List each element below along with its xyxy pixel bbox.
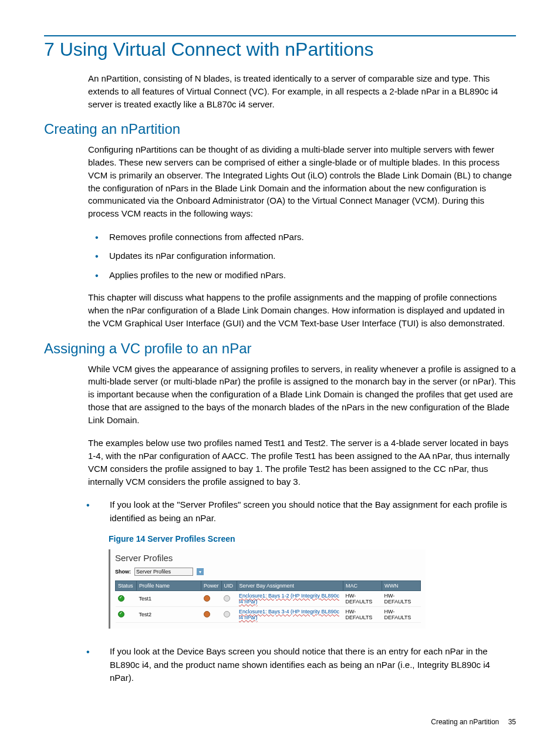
col-mac: MAC xyxy=(343,581,382,591)
section2-bullets-2: If you look at the Device Bays screen yo… xyxy=(79,645,516,685)
panel-title: Server Profiles xyxy=(115,553,421,563)
table-header-row: Status Profile Name Power UID Server Bay… xyxy=(116,581,421,591)
chapter-title: 7 Using Virtual Connect with nPartitions xyxy=(44,39,516,60)
show-select[interactable]: Server Profiles xyxy=(134,568,193,576)
section1-para1: Configuring nPartitions can be thought o… xyxy=(88,143,516,220)
section2-para1: While VCM gives the appearance of assign… xyxy=(88,363,516,427)
col-profile: Profile Name xyxy=(137,581,201,591)
list-item: Applies profiles to the new or modified … xyxy=(88,269,516,282)
section2-para2: The examples below use two profiles name… xyxy=(88,437,516,488)
col-wwn: WWN xyxy=(382,581,421,591)
section1-bullets: Removes profile connections from affecte… xyxy=(88,231,516,282)
table-row: Test2 Enclosure1: Bays 3-4 (HP Integrity… xyxy=(116,607,421,623)
col-status: Status xyxy=(116,581,137,591)
server-profiles-screenshot: Server Profiles Show: Server Profiles ▾ … xyxy=(109,549,426,629)
show-label: Show: xyxy=(115,569,131,575)
col-bay: Server Bay Assignment xyxy=(237,581,343,591)
section2-bullets: If you look at the "Server Profiles" scr… xyxy=(79,498,516,525)
list-item: If you look at the "Server Profiles" scr… xyxy=(79,498,516,525)
power-icon[interactable] xyxy=(204,611,210,617)
page-footer: Creating an nPartition 35 xyxy=(431,718,516,726)
col-uid: UID xyxy=(221,581,237,591)
section1-para2: This chapter will discuss what happens t… xyxy=(88,291,516,329)
chapter-intro: An nPartition, consisting of N blades, i… xyxy=(88,72,516,110)
chevron-down-icon[interactable]: ▾ xyxy=(197,568,204,575)
cell-mac: HW-DEFAULTS xyxy=(343,607,382,623)
status-ok-icon xyxy=(118,595,124,602)
cell-profile: Test1 xyxy=(137,591,201,607)
list-item: If you look at the Device Bays screen yo… xyxy=(79,645,516,685)
list-item: Updates its nPar configuration informati… xyxy=(88,249,516,263)
show-select-value: Server Profiles xyxy=(136,569,171,575)
cell-wwn: HW-DEFAULTS xyxy=(382,607,421,623)
top-rule xyxy=(44,35,516,36)
col-power: Power xyxy=(201,581,222,591)
bay-assignment-link[interactable]: Enclosure1: Bays 3-4 (HP Integrity BL890… xyxy=(239,609,339,620)
server-profiles-table: Status Profile Name Power UID Server Bay… xyxy=(115,580,421,623)
heading-creating-npartition: Creating an nPartition xyxy=(44,121,516,137)
cell-profile: Test2 xyxy=(137,607,201,623)
cell-wwn: HW-DEFAULTS xyxy=(382,591,421,607)
table-row: Test1 Enclosure1: Bays 1-2 (HP Integrity… xyxy=(116,591,421,607)
show-filter-row: Show: Server Profiles ▾ xyxy=(115,568,421,576)
uid-icon[interactable] xyxy=(224,595,230,602)
footer-text: Creating an nPartition xyxy=(431,718,499,726)
heading-assigning-profile: Assigning a VC profile to an nPar xyxy=(44,340,516,357)
uid-icon[interactable] xyxy=(224,611,230,617)
list-item: Removes profile connections from affecte… xyxy=(88,231,516,244)
cell-mac: HW-DEFAULTS xyxy=(343,591,382,607)
bay-assignment-link[interactable]: Enclosure1: Bays 1-2 (HP Integrity BL890… xyxy=(239,593,339,605)
figure-caption: Figure 14 Server Profiles Screen xyxy=(109,534,516,544)
page-number: 35 xyxy=(508,718,516,726)
power-icon[interactable] xyxy=(204,595,210,602)
status-ok-icon xyxy=(118,611,124,617)
